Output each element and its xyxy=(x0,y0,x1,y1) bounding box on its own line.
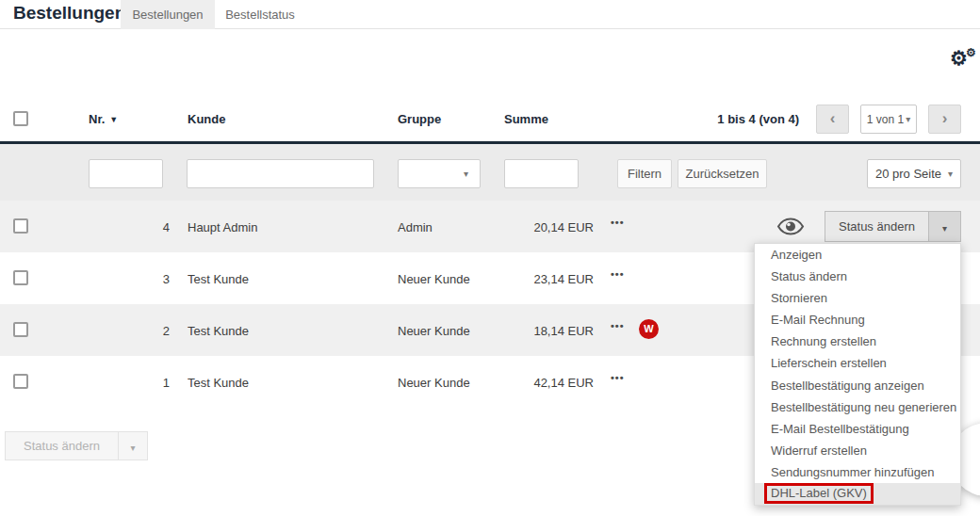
cell-summe: 42,14 EUR xyxy=(504,376,594,390)
menu-item-bestellbestaetigung-anzeigen[interactable]: Bestellbestätigung anzeigen xyxy=(755,374,960,395)
caret-down-icon: ▾ xyxy=(906,114,910,124)
menu-item-anzeigen[interactable]: Anzeigen xyxy=(755,244,960,266)
nr-filter-input[interactable] xyxy=(89,159,163,188)
gear-icon: ⚙ xyxy=(950,48,968,68)
page-select-value: 1 von 1 xyxy=(867,113,904,126)
per-page-select[interactable]: 20 pro Seite▾ xyxy=(867,159,961,188)
menu-item-sendungsnummer-hinzufuegen[interactable]: Sendungsnummer hinzufügen xyxy=(755,461,960,483)
kunde-filter-input[interactable] xyxy=(187,159,374,188)
column-label-nr: Nr. xyxy=(89,112,105,126)
menu-item-stornieren[interactable]: Stornieren xyxy=(755,287,960,309)
pagination-next-button[interactable]: › xyxy=(928,105,961,134)
sort-desc-icon: ▼ xyxy=(109,115,118,124)
tab-bestellstatus[interactable]: Bestellstatus xyxy=(215,0,305,29)
more-options-icon[interactable]: ••• xyxy=(611,217,625,228)
cell-kunde: Haupt Admin xyxy=(188,220,257,234)
widerruf-status-badge: W xyxy=(639,319,659,339)
menu-item-status-aendern[interactable]: Status ändern xyxy=(755,266,960,287)
bulk-status-aendern-button[interactable]: Status ändern xyxy=(5,431,118,460)
status-aendern-split-button: Status ändern ▾ xyxy=(825,211,961,242)
cell-summe: 18,14 EUR xyxy=(504,324,594,338)
zuruecksetzen-button[interactable]: Zurücksetzen xyxy=(678,159,767,188)
bulk-status-aendern-split-button: Status ändern ▾ xyxy=(5,431,148,460)
cell-nr: 3 xyxy=(89,272,170,286)
pagination-prev-button[interactable]: ‹ xyxy=(816,105,849,134)
cell-gruppe: Neuer Kunde xyxy=(398,324,470,338)
column-header-gruppe: Gruppe xyxy=(398,112,441,126)
more-options-icon[interactable]: ••• xyxy=(611,268,625,280)
filter-row: ▾ Filtern Zurücksetzen 20 pro Seite▾ xyxy=(0,144,980,201)
tab-bestellungen[interactable]: Bestellungen xyxy=(121,0,215,29)
red-highlight-box: DHL-Label (GKV) xyxy=(764,483,874,504)
per-page-value: 20 pro Seite xyxy=(875,167,941,181)
menu-item-dhl-label-gkv[interactable]: DHL-Label (GKV) xyxy=(755,483,960,505)
cell-nr: 4 xyxy=(89,220,170,234)
menu-item-email-rechnung[interactable]: E-Mail Rechnung xyxy=(755,309,960,331)
caret-down-icon: ▾ xyxy=(948,169,953,179)
row-checkbox[interactable] xyxy=(13,270,28,285)
cell-nr: 1 xyxy=(89,376,170,390)
cell-summe: 23,14 EUR xyxy=(504,272,594,286)
filtern-button[interactable]: Filtern xyxy=(617,159,672,188)
select-all-checkbox[interactable] xyxy=(13,111,28,126)
cell-kunde: Test Kunde xyxy=(188,272,249,286)
status-aendern-button[interactable]: Status ändern xyxy=(825,211,928,242)
cell-gruppe: Neuer Kunde xyxy=(398,272,470,286)
caret-down-icon: ▾ xyxy=(942,223,947,234)
row-checkbox[interactable] xyxy=(13,218,28,234)
pagination-page-select[interactable]: 1 von 1▾ xyxy=(860,105,917,134)
cell-kunde: Test Kunde xyxy=(188,376,249,390)
chevron-left-icon: ‹ xyxy=(830,109,836,127)
caret-down-icon: ▾ xyxy=(464,169,468,179)
gear-small-icon: ⚙ xyxy=(966,47,976,58)
column-header-nr[interactable]: Nr.▼ xyxy=(89,112,118,126)
menu-item-widerruf-erstellen[interactable]: Widerruf erstellen xyxy=(755,440,960,461)
row-actions-menu: Anzeigen Status ändern Stornieren E-Mail… xyxy=(754,243,961,506)
settings-gear-icon[interactable]: ⚙ ⚙ xyxy=(950,47,980,75)
pagination-info: 1 bis 4 (von 4) xyxy=(717,112,799,126)
top-bar: Bestellungen Bestellungen Bestellstatus xyxy=(0,0,980,29)
cell-summe: 20,14 EUR xyxy=(504,220,594,234)
more-options-icon[interactable]: ••• xyxy=(611,372,625,383)
caret-down-icon: ▾ xyxy=(130,443,135,453)
orders-page: Bestellungen Bestellungen Bestellstatus … xyxy=(0,0,980,516)
cell-gruppe: Neuer Kunde xyxy=(398,376,470,390)
gruppe-filter-select[interactable]: ▾ xyxy=(398,159,481,188)
menu-item-email-bestellbestaetigung[interactable]: E-Mail Bestellbestätigung xyxy=(755,418,960,440)
menu-item-lieferschein-erstellen[interactable]: Lieferschein erstellen xyxy=(755,352,960,374)
row-checkbox[interactable] xyxy=(13,322,28,337)
menu-item-bestellbestaetigung-neu-generieren[interactable]: Bestellbestätigung neu generieren xyxy=(755,396,960,418)
view-eye-icon[interactable] xyxy=(776,217,805,236)
chevron-right-icon: › xyxy=(942,109,948,127)
cell-gruppe: Admin xyxy=(398,220,433,234)
cell-nr: 2 xyxy=(89,324,170,338)
bulk-status-aendern-dropdown-toggle[interactable]: ▾ xyxy=(118,431,148,460)
menu-item-rechnung-erstellen[interactable]: Rechnung erstellen xyxy=(755,331,960,352)
column-header-kunde: Kunde xyxy=(188,112,225,126)
column-header-summe: Summe xyxy=(504,112,548,126)
cell-kunde: Test Kunde xyxy=(188,324,249,338)
summe-filter-input[interactable] xyxy=(504,159,579,188)
status-aendern-dropdown-toggle[interactable]: ▾ xyxy=(928,211,961,242)
row-checkbox[interactable] xyxy=(13,374,28,389)
page-title: Bestellungen xyxy=(13,3,125,24)
more-options-icon[interactable]: ••• xyxy=(611,320,625,331)
